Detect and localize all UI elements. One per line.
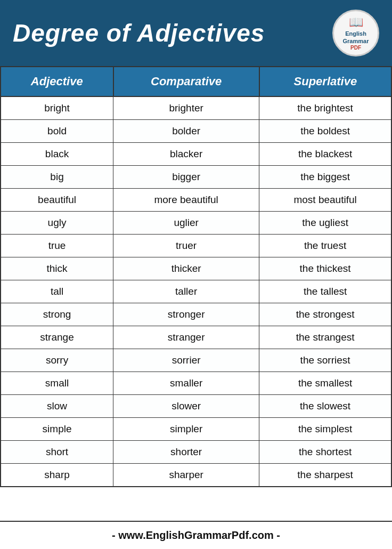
col-superlative: Superlative: [259, 67, 391, 96]
cell-r6-c1: truer: [113, 235, 259, 257]
cell-r16-c0: sharp: [1, 464, 113, 487]
cell-r10-c1: stranger: [113, 326, 259, 349]
badge-line3: PDF: [350, 45, 361, 51]
brand-badge: 📖 English Grammar PDF: [332, 10, 379, 56]
cell-r1-c0: bold: [1, 120, 113, 143]
table-row: smallsmallerthe smallest: [1, 372, 391, 395]
cell-r2-c2: the blackest: [259, 143, 391, 166]
table-row: uglyuglierthe ugliest: [1, 212, 391, 235]
cell-r4-c0: beautiful: [1, 189, 113, 212]
table-row: brightbrighterthe brightest: [1, 96, 391, 120]
cell-r7-c1: thicker: [113, 257, 259, 280]
table-row: truetruerthe truest: [1, 235, 391, 257]
table-row: shortshorterthe shortest: [1, 441, 391, 464]
cell-r11-c1: sorrier: [113, 349, 259, 372]
cell-r8-c1: taller: [113, 280, 259, 303]
cell-r10-c0: strange: [1, 326, 113, 349]
page-footer: - www.EnglishGrammarPdf.com -: [0, 521, 392, 549]
cell-r13-c2: the slowest: [259, 395, 391, 418]
cell-r9-c1: stronger: [113, 303, 259, 326]
cell-r6-c0: true: [1, 235, 113, 257]
page-title: Degree of Adjectives: [13, 19, 265, 47]
cell-r12-c1: smaller: [113, 372, 259, 395]
cell-r16-c2: the sharpest: [259, 464, 391, 487]
table-row: thickthickerthe thickest: [1, 257, 391, 280]
cell-r0-c1: brighter: [113, 96, 259, 120]
cell-r9-c0: strong: [1, 303, 113, 326]
cell-r8-c2: the tallest: [259, 280, 391, 303]
cell-r5-c2: the ugliest: [259, 212, 391, 235]
cell-r16-c1: sharper: [113, 464, 259, 487]
cell-r14-c1: simpler: [113, 418, 259, 441]
table-row: sorrysorrierthe sorriest: [1, 349, 391, 372]
table-header-row: Adjective Comparative Superlative: [1, 67, 391, 96]
cell-r1-c2: the boldest: [259, 120, 391, 143]
cell-r7-c2: the thickest: [259, 257, 391, 280]
badge-line2: Grammar: [343, 38, 369, 45]
table-row: boldbolderthe boldest: [1, 120, 391, 143]
cell-r3-c0: big: [1, 166, 113, 189]
table-row: sharpsharperthe sharpest: [1, 464, 391, 487]
table-row: strangestrangerthe strangest: [1, 326, 391, 349]
table-row: beautifulmore beautifulmost beautiful: [1, 189, 391, 212]
cell-r1-c1: bolder: [113, 120, 259, 143]
cell-r0-c2: the brightest: [259, 96, 391, 120]
cell-r5-c1: uglier: [113, 212, 259, 235]
cell-r13-c1: slower: [113, 395, 259, 418]
table-row: simplesimplerthe simplest: [1, 418, 391, 441]
table-row: bigbiggerthe biggest: [1, 166, 391, 189]
table-row: slowslowerthe slowest: [1, 395, 391, 418]
cell-r14-c0: simple: [1, 418, 113, 441]
footer-text: - www.EnglishGrammarPdf.com -: [112, 529, 280, 541]
cell-r6-c2: the truest: [259, 235, 391, 257]
cell-r2-c0: black: [1, 143, 113, 166]
cell-r13-c0: slow: [1, 395, 113, 418]
cell-r11-c0: sorry: [1, 349, 113, 372]
cell-r15-c0: short: [1, 441, 113, 464]
table-row: talltallerthe tallest: [1, 280, 391, 303]
table-container: Adjective Comparative Superlative bright…: [0, 66, 392, 521]
cell-r4-c2: most beautiful: [259, 189, 391, 212]
cell-r0-c0: bright: [1, 96, 113, 120]
cell-r5-c0: ugly: [1, 212, 113, 235]
table-row: strongstrongerthe strongest: [1, 303, 391, 326]
page-header: Degree of Adjectives 📖 English Grammar P…: [0, 0, 392, 66]
cell-r3-c2: the biggest: [259, 166, 391, 189]
cell-r14-c2: the simplest: [259, 418, 391, 441]
col-adjective: Adjective: [1, 67, 113, 96]
badge-line1: English: [345, 30, 366, 37]
cell-r11-c2: the sorriest: [259, 349, 391, 372]
cell-r10-c2: the strangest: [259, 326, 391, 349]
cell-r9-c2: the strongest: [259, 303, 391, 326]
cell-r15-c2: the shortest: [259, 441, 391, 464]
cell-r2-c1: blacker: [113, 143, 259, 166]
table-row: blackblackerthe blackest: [1, 143, 391, 166]
cell-r3-c1: bigger: [113, 166, 259, 189]
cell-r8-c0: tall: [1, 280, 113, 303]
cell-r12-c2: the smallest: [259, 372, 391, 395]
cell-r7-c0: thick: [1, 257, 113, 280]
cell-r4-c1: more beautiful: [113, 189, 259, 212]
badge-icon: 📖: [349, 15, 363, 29]
col-comparative: Comparative: [113, 67, 259, 96]
cell-r15-c1: shorter: [113, 441, 259, 464]
cell-r12-c0: small: [1, 372, 113, 395]
adjectives-table: Adjective Comparative Superlative bright…: [0, 66, 392, 487]
